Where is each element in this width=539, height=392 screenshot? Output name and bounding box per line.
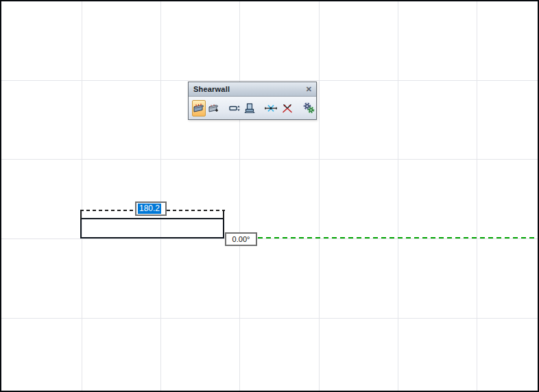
gridline [1,238,538,239]
axis-snap-icon [264,103,278,114]
toolbar-titlebar[interactable]: Shearwall ✕ [189,82,316,97]
axis-snap-button[interactable] [263,100,278,117]
dimension-witness-tick [80,210,82,219]
close-icon[interactable]: ✕ [306,86,312,93]
wall-dimension-icon [228,103,241,113]
shearwall-draw-icon [193,103,205,114]
angle-readout: 0.00° [225,232,257,246]
gridline [1,159,538,160]
gridline [1,318,538,319]
gridline [160,1,161,391]
shearwall-preview-rect [80,218,224,238]
dimension-witness-tick [223,210,224,219]
angle-value: 0.00° [232,235,250,243]
shearwall-add-icon [208,103,220,114]
toolbar-body [189,97,316,119]
shearwall-draw-button[interactable] [192,100,206,117]
settings-button[interactable] [302,100,315,117]
column-base-icon [243,103,256,114]
dimension-value-selected-text: 180.2 [138,204,161,214]
gridline [477,1,477,391]
shearwall-toolbar: Shearwall ✕ [188,82,317,120]
axis-delete-icon [280,103,294,114]
gridline [398,1,398,391]
alignment-dashed-line [258,237,539,238]
dimension-input[interactable]: 180.2 [135,201,167,216]
settings-gears-icon [302,102,315,114]
gridline [239,1,240,391]
drawing-canvas[interactable]: 180.2 0.00° Shearwall ✕ [0,0,539,392]
wall-dimension-button[interactable] [228,100,241,117]
axis-delete-button[interactable] [280,100,295,117]
gridline [319,1,320,391]
toolbar-title: Shearwall [193,85,230,93]
gridline [1,80,538,81]
gridline [82,1,82,391]
shearwall-add-button[interactable] [207,100,221,117]
column-base-button[interactable] [243,100,256,117]
